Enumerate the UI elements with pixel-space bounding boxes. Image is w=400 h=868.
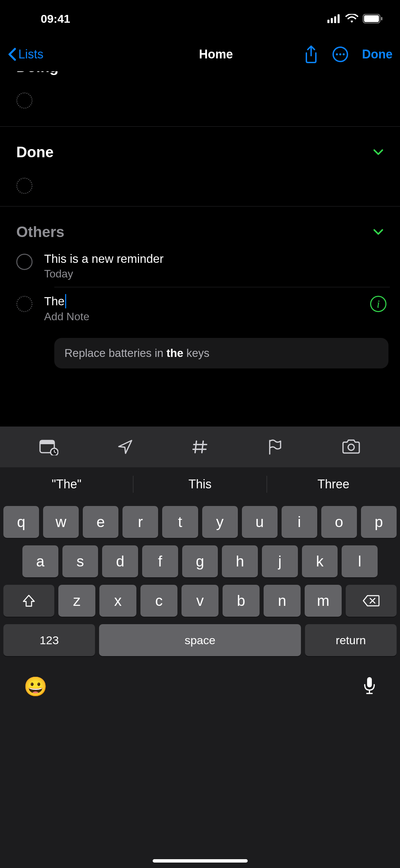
key-w[interactable]: w <box>43 506 79 538</box>
keyboard-bottom: 😀 <box>0 664 400 698</box>
hashtag-icon[interactable] <box>192 438 209 455</box>
reminders-content[interactable]: Doing Done Others This is a new reminder… <box>0 71 400 427</box>
key-l[interactable]: l <box>342 545 378 577</box>
key-space[interactable]: space <box>99 624 301 656</box>
svg-rect-2 <box>334 16 336 23</box>
chevron-down-icon[interactable] <box>373 149 384 156</box>
key-c[interactable]: c <box>140 585 177 617</box>
dictation-button[interactable] <box>363 676 376 697</box>
reminder-row-editing[interactable]: The Add Note i <box>0 287 400 330</box>
svg-point-8 <box>336 53 338 55</box>
cellular-icon <box>327 14 341 23</box>
reminder-date: Today <box>44 268 386 280</box>
suggestion-2[interactable]: This <box>133 477 266 491</box>
reminder-title: This is a new reminder <box>44 252 386 266</box>
keyboard-suggestions: "The" This Three <box>0 467 400 501</box>
key-y[interactable]: y <box>202 506 238 538</box>
key-r[interactable]: r <box>122 506 158 538</box>
key-x[interactable]: x <box>99 585 136 617</box>
mic-icon <box>363 676 376 695</box>
key-q[interactable]: q <box>3 506 39 538</box>
nav-bar: Lists Home Done <box>0 37 400 71</box>
section-doing-header[interactable]: Doing <box>0 71 400 80</box>
home-indicator[interactable] <box>153 859 248 863</box>
location-icon[interactable] <box>117 438 134 455</box>
empty-reminder-done[interactable] <box>0 165 400 206</box>
backspace-icon <box>363 594 380 607</box>
key-123[interactable]: 123 <box>3 624 95 656</box>
kb-row-2: a s d f g h j k l <box>3 545 397 577</box>
battery-icon <box>363 14 383 23</box>
shift-icon <box>21 593 36 608</box>
key-m[interactable]: m <box>305 585 342 617</box>
svg-rect-6 <box>381 17 382 20</box>
svg-rect-0 <box>327 20 329 23</box>
section-others-header[interactable]: Others <box>0 220 400 245</box>
section-doing-title: Doing <box>16 71 59 75</box>
key-v[interactable]: v <box>182 585 218 617</box>
keyboard: "The" This Three q w e r t y u i o p a s… <box>0 427 400 868</box>
key-h[interactable]: h <box>222 545 258 577</box>
svg-rect-1 <box>331 18 333 23</box>
camera-icon[interactable] <box>342 439 361 454</box>
key-t[interactable]: t <box>162 506 198 538</box>
svg-point-10 <box>343 53 345 55</box>
share-icon[interactable] <box>304 46 319 63</box>
key-f[interactable]: f <box>142 545 178 577</box>
svg-point-14 <box>348 444 354 450</box>
key-o[interactable]: o <box>321 506 357 538</box>
key-g[interactable]: g <box>182 545 218 577</box>
key-shift[interactable] <box>3 585 54 617</box>
key-s[interactable]: s <box>62 545 98 577</box>
key-z[interactable]: z <box>58 585 95 617</box>
svg-point-9 <box>339 53 341 55</box>
section-others-title: Others <box>16 223 64 240</box>
flag-icon[interactable] <box>267 438 283 455</box>
nav-title: Home <box>135 47 297 61</box>
chevron-down-icon[interactable] <box>373 229 384 235</box>
complete-circle-icon[interactable] <box>16 254 33 270</box>
key-backspace[interactable] <box>346 585 397 617</box>
key-e[interactable]: e <box>83 506 118 538</box>
svg-rect-12 <box>40 440 54 444</box>
back-label: Lists <box>18 47 43 61</box>
key-a[interactable]: a <box>22 545 58 577</box>
add-circle-icon <box>16 92 33 109</box>
info-button[interactable]: i <box>370 296 386 312</box>
quick-toolbar <box>0 427 400 467</box>
empty-reminder-doing[interactable] <box>0 80 400 121</box>
chevron-left-icon <box>7 48 16 61</box>
calendar-icon[interactable] <box>39 438 58 455</box>
section-done-title: Done <box>16 144 54 161</box>
key-return[interactable]: return <box>305 624 397 656</box>
suggestion-3[interactable]: Three <box>267 477 400 491</box>
done-button[interactable]: Done <box>362 47 393 61</box>
suggestion-1[interactable]: "The" <box>0 477 133 491</box>
more-icon[interactable] <box>332 46 348 62</box>
reminder-title-input[interactable]: The <box>44 294 359 308</box>
back-button[interactable]: Lists <box>7 47 43 61</box>
add-note-placeholder[interactable]: Add Note <box>44 310 359 323</box>
key-j[interactable]: j <box>262 545 298 577</box>
wifi-icon <box>345 14 359 23</box>
status-time: 09:41 <box>41 12 70 25</box>
complete-circle-icon[interactable] <box>16 296 33 312</box>
kb-row-3: z x c v b n m <box>3 585 397 617</box>
section-done-header[interactable]: Done <box>0 140 400 165</box>
key-b[interactable]: b <box>223 585 260 617</box>
status-icons <box>327 14 383 23</box>
svg-rect-15 <box>367 677 372 687</box>
reminder-row[interactable]: This is a new reminder Today <box>0 245 400 287</box>
status-bar: 09:41 <box>0 0 400 37</box>
key-i[interactable]: i <box>282 506 317 538</box>
svg-rect-3 <box>338 14 340 23</box>
key-n[interactable]: n <box>264 585 301 617</box>
key-k[interactable]: k <box>302 545 338 577</box>
key-u[interactable]: u <box>242 506 278 538</box>
key-p[interactable]: p <box>361 506 397 538</box>
key-d[interactable]: d <box>102 545 138 577</box>
svg-rect-5 <box>364 15 379 22</box>
emoji-button[interactable]: 😀 <box>24 675 47 698</box>
add-circle-icon <box>16 178 33 194</box>
siri-suggestion[interactable]: Replace batteries in the keys <box>54 338 388 368</box>
